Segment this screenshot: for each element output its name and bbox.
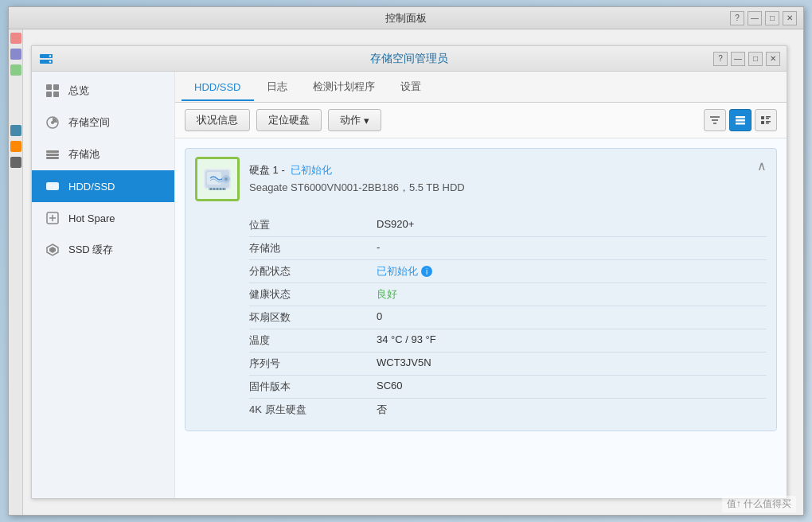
sidebar-item-hdd-ssd[interactable]: HDD/SSD [32,170,174,202]
seagate-drive-icon [201,162,234,196]
control-panel-window: 控制面板 ? — □ ✕ [8,6,804,516]
control-panel-window-controls: ? — □ ✕ [730,11,797,25]
svg-rect-5 [53,84,59,90]
detail-row-allocation: 分配状态 已初始化 i [249,260,767,283]
allocation-info-icon[interactable]: i [421,266,432,277]
hdd-name: 硬盘 1 [249,164,279,176]
svg-rect-44 [223,188,224,190]
svg-marker-20 [49,247,56,253]
detail-row-bad-sectors: 坏扇区数 0 [249,306,767,329]
sidebar-item-hdd-ssd-label: HDD/SSD [68,181,115,193]
detail-view-button[interactable] [755,109,777,131]
allocation-status-text: 已初始化 [377,264,418,279]
detail-label-firmware: 固件版本 [249,380,377,394]
svg-rect-6 [46,92,52,97]
storage-manager-icon [38,51,54,67]
sidebar-item-overview[interactable]: 总览 [32,75,174,107]
control-panel-help-btn[interactable]: ? [730,11,744,25]
storage-close-btn[interactable]: ✕ [766,52,780,66]
filter-button[interactable] [704,109,726,131]
detail-row-4k: 4K 原生硬盘 否 [249,399,767,421]
detail-value-bad-sectors: 0 [377,310,767,325]
svg-rect-26 [736,123,745,125]
detail-value-health: 良好 [377,287,767,302]
svg-rect-43 [220,188,221,190]
svg-rect-25 [736,119,745,122]
hdd-list: 硬盘 1 - 已初始化 Seagate ST6000VN001-2BB186，5… [175,138,787,498]
svg-point-38 [225,178,227,180]
hdd-expand-btn-1[interactable]: ∧ [757,158,767,173]
svg-rect-32 [766,123,769,124]
sidebar-item-storage-pool-label: 存储池 [68,147,100,162]
action-dropdown-icon: ▾ [364,115,369,127]
desktop: 控制面板 ? — □ ✕ [0,0,812,522]
detail-label-bad-sectors: 坏扇区数 [249,310,377,325]
storage-space-icon [45,115,61,130]
detail-row-serial: 序列号 WCT3JV5N [249,353,767,376]
detail-row-firmware: 固件版本 SC60 [249,376,767,399]
list-view-button[interactable] [729,109,751,131]
detail-label-temperature: 温度 [249,333,377,348]
sidebar-item-ssd-cache-label: SSD 缓存 [68,243,113,257]
detail-label-serial: 序列号 [249,356,377,371]
svg-rect-27 [761,116,764,119]
sidebar-item-storage-pool[interactable]: 存储池 [32,138,174,170]
svg-rect-12 [46,157,59,159]
sidebar-item-ssd-cache[interactable]: SSD 缓存 [32,234,174,266]
overview-icon [45,83,61,99]
sidebar-icon-5 [10,141,21,152]
control-panel-close-btn[interactable]: ✕ [783,11,797,25]
detail-value-serial: WCT3JV5N [377,356,767,371]
storage-maximize-btn[interactable]: □ [748,52,763,66]
storage-help-btn[interactable]: ? [713,52,728,66]
control-panel-maximize-btn[interactable]: □ [765,11,779,25]
hdd-icon-wrapper-1 [195,157,240,201]
detail-row-health: 健康状态 良好 [249,283,767,306]
hdd-model: Seagate ST6000VN001-2BB186，5.5 TB HDD [249,181,767,195]
svg-rect-4 [46,84,52,90]
sidebar-item-hot-spare-label: Hot Spare [68,212,115,224]
hdd-title-separator: - [281,164,287,176]
detail-value-pool: - [377,241,767,255]
storage-pool-icon [45,146,61,162]
svg-rect-24 [736,116,745,119]
window-content: 存储空间管理员 ? — □ ✕ [9,29,803,515]
svg-rect-7 [53,92,59,97]
svg-rect-40 [210,188,212,190]
control-panel-title: 控制面板 [385,11,427,25]
action-button[interactable]: 动作 ▾ [328,109,381,131]
detail-label-4k: 4K 原生硬盘 [249,403,377,417]
control-panel-minimize-btn[interactable]: — [748,11,762,25]
svg-rect-35 [207,172,221,185]
sidebar-icon-3 [10,64,21,76]
detail-label-allocation: 分配状态 [249,264,377,279]
sidebar-icon-6 [10,157,21,168]
detail-row-temperature: 温度 34 °C / 93 °F [249,329,767,353]
storage-minimize-btn[interactable]: — [731,52,745,66]
tab-schedule[interactable]: 检测计划程序 [300,73,388,102]
tab-bar: HDD/SSD 日志 检测计划程序 设置 [175,72,787,103]
svg-rect-10 [46,150,59,153]
tab-log[interactable]: 日志 [254,73,300,102]
sidebar-item-storage-space[interactable]: 存储空间 [32,107,174,138]
locate-disk-button[interactable]: 定位硬盘 [256,109,322,131]
svg-rect-41 [213,188,215,190]
tab-hdd-ssd[interactable]: HDD/SSD [182,75,254,101]
detail-row-location: 位置 DS920+ [249,214,767,237]
sidebar-icon-2 [10,49,21,60]
tab-settings[interactable]: 设置 [388,73,434,102]
detail-value-temperature: 34 °C / 93 °F [377,333,767,348]
status-info-button[interactable]: 状况信息 [185,109,250,131]
storage-manager-window: 存储空间管理员 ? — □ ✕ [31,45,787,499]
svg-point-2 [49,55,51,56]
sidebar-item-overview-label: 总览 [68,84,89,98]
svg-point-9 [51,121,54,124]
sidebar-item-hot-spare[interactable]: Hot Spare [32,202,174,234]
svg-rect-15 [48,185,53,186]
hdd-header-1: 硬盘 1 - 已初始化 Seagate ST6000VN001-2BB186，5… [185,149,776,209]
hdd-title-1: 硬盘 1 - 已初始化 [249,163,767,177]
ssd-cache-icon [45,242,61,258]
detail-value-allocation: 已初始化 i [377,264,767,279]
detail-label-location: 位置 [249,218,377,232]
hdd-card-1: 硬盘 1 - 已初始化 Seagate ST6000VN001-2BB186，5… [185,148,777,431]
